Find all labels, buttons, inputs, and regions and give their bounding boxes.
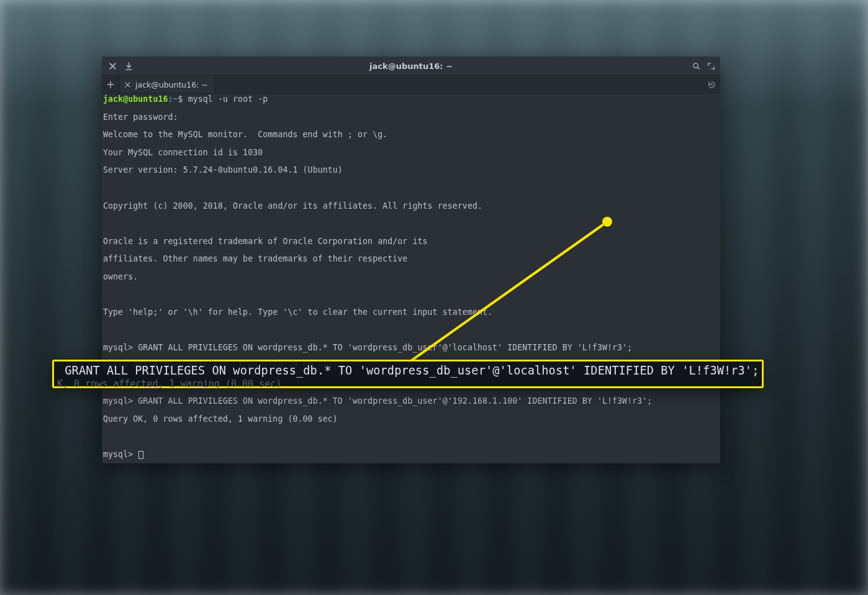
terminal-line: Type 'help;' or '\h' for help. Type '\c'… [103, 308, 720, 317]
terminal-line [103, 432, 720, 441]
terminal-content[interactable]: jack@ubuntu16:~$ mysql -u root -p Enter … [102, 94, 720, 463]
close-window-button[interactable] [106, 59, 119, 73]
fullscreen-button[interactable] [704, 59, 718, 73]
terminal-line: Enter password: [103, 113, 720, 122]
terminal-window: jack@ubuntu16: ~ jack@ubuntu16: ~ jack@u… [102, 57, 720, 463]
annotation-anchor-dot [602, 217, 612, 227]
terminal-line: Welcome to the MySQL monitor. Commands e… [103, 130, 720, 139]
titlebar-right-controls [689, 59, 720, 73]
terminal-line: mysql> [103, 450, 720, 459]
annotation-sub-fragment: K, 0 rows affected, 1 warning (0.00 sec) [57, 378, 281, 389]
terminal-line: owners. [103, 273, 720, 281]
annotation-text: GRANT ALL PRIVILEGES ON wordpress_db.* T… [54, 361, 762, 377]
terminal-line: Your MySQL connection id is 1030 [103, 148, 720, 157]
titlebar-left-controls [102, 59, 135, 73]
new-tab-button[interactable] [102, 76, 120, 93]
tab-bar: jack@ubuntu16: ~ [102, 75, 720, 94]
prompt-dollar: $ [178, 94, 183, 104]
download-button[interactable] [122, 59, 135, 73]
terminal-line: Copyright (c) 2000, 2018, Oracle and/or … [103, 202, 720, 211]
terminal-line: Server version: 5.7.24-0ubuntu0.16.04.1 … [103, 166, 720, 175]
prompt-path: ~ [173, 94, 178, 104]
prompt-command: mysql -u root -p [188, 94, 268, 104]
prompt-separator: : [168, 94, 173, 104]
search-icon [692, 62, 700, 70]
tab-active[interactable]: jack@ubuntu16: ~ [120, 76, 215, 93]
terminal-line [103, 326, 720, 335]
terminal-line [103, 184, 720, 193]
cursor-icon [138, 451, 143, 459]
terminal-line: Query OK, 0 rows affected, 1 warning (0.… [103, 415, 720, 424]
expand-icon [707, 62, 715, 70]
history-button[interactable] [703, 76, 720, 93]
window-titlebar: jack@ubuntu16: ~ [102, 57, 720, 75]
tab-close-button[interactable] [125, 80, 130, 89]
prompt-user-host: jack@ubuntu16 [103, 94, 168, 104]
terminal-line: mysql> GRANT ALL PRIVILEGES ON wordpress… [103, 397, 720, 406]
search-button[interactable] [689, 59, 703, 73]
terminal-line [103, 291, 720, 299]
terminal-line: jack@ubuntu16:~$ mysql -u root -p [103, 95, 720, 104]
download-icon [125, 62, 133, 70]
close-icon [125, 82, 130, 88]
terminal-line: Oracle is a registered trademark of Orac… [103, 237, 720, 246]
tabbar-spacer [215, 76, 703, 93]
terminal-line: mysql> GRANT ALL PRIVILEGES ON wordpress… [103, 343, 720, 352]
window-title: jack@ubuntu16: ~ [102, 61, 720, 71]
terminal-line [103, 219, 720, 228]
mysql-prompt: mysql> [103, 450, 138, 459]
plus-icon [107, 81, 114, 88]
tab-label: jack@ubuntu16: ~ [135, 80, 208, 89]
history-icon [708, 81, 716, 89]
close-icon [109, 62, 117, 70]
terminal-line: affiliates. Other names may be trademark… [103, 255, 720, 263]
